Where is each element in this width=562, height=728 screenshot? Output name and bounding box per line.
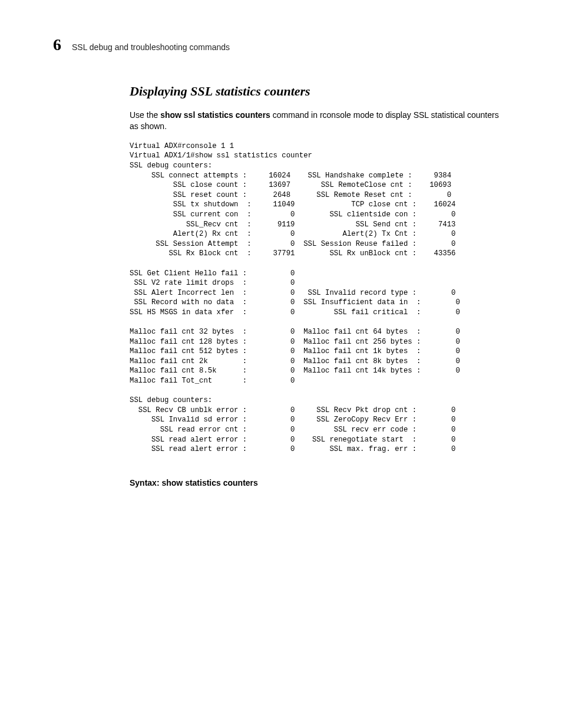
intro-prefix: Use the <box>130 110 160 120</box>
syntax-command: show statistics counters <box>161 478 257 487</box>
chapter-number: 6 <box>53 35 61 54</box>
chapter-title: SSL debug and troubleshooting commands <box>72 42 230 52</box>
syntax-label: Syntax: <box>130 478 161 487</box>
intro-command: show ssl statistics counters <box>160 110 270 120</box>
document-page: 6 SSL debug and troubleshooting commands… <box>0 0 562 523</box>
page-header: 6 SSL debug and troubleshooting commands <box>53 35 509 54</box>
console-output: Virtual ADX#rconsole 1 1 Virtual ADX1/1#… <box>130 141 509 454</box>
section-title: Displaying SSL statistics counters <box>130 84 509 99</box>
syntax-line: Syntax: show statistics counters <box>130 478 509 487</box>
content-area: Displaying SSL statistics counters Use t… <box>53 84 509 487</box>
intro-paragraph: Use the show ssl statistics counters com… <box>130 110 509 132</box>
